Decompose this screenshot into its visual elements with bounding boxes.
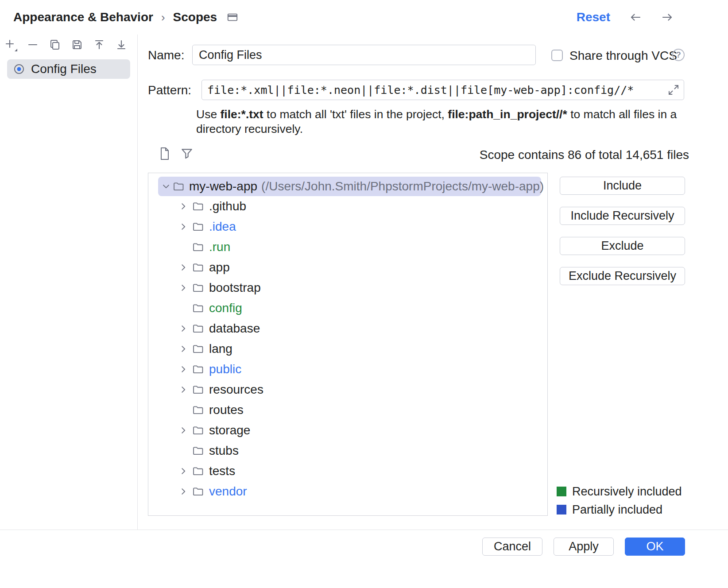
chevron-right-icon[interactable] — [177, 464, 190, 478]
legend-item: Recursively included — [557, 485, 682, 498]
tree-item-label: .idea — [209, 220, 236, 234]
exclude-recursively-button[interactable]: Exclude Recursively — [560, 267, 685, 285]
tree-root-label: my-web-app — [189, 179, 257, 193]
tree-item-label: routes — [209, 403, 244, 417]
tree-item-resources[interactable]: resources — [148, 379, 547, 400]
tree-item-run[interactable]: .run — [148, 237, 547, 257]
include-button[interactable]: Include — [560, 177, 685, 195]
add-scope-icon[interactable] — [4, 38, 17, 51]
breadcrumb: Appearance & Behavior › Scopes — [13, 10, 238, 24]
move-down-icon[interactable] — [115, 38, 128, 51]
folder-icon — [191, 302, 205, 314]
chevron-right-icon[interactable] — [177, 383, 190, 396]
copy-icon[interactable] — [158, 146, 172, 161]
tree-item-github[interactable]: .github — [148, 196, 547, 217]
scope-icon — [12, 62, 26, 76]
tree-item-label: .run — [209, 240, 230, 254]
help-icon[interactable]: ? — [672, 49, 685, 61]
sidebar-item-label: Config Files — [31, 62, 97, 76]
scopes-sidebar: Config Files — [0, 35, 137, 530]
folder-icon — [191, 485, 205, 498]
chevron-right-icon[interactable] — [177, 281, 190, 294]
tree-item-tests[interactable]: tests — [148, 461, 547, 481]
cancel-button[interactable]: Cancel — [482, 538, 542, 556]
chevron-down-icon[interactable] — [161, 180, 171, 193]
tree-item-label: bootstrap — [209, 281, 261, 295]
legend-color-swatch — [557, 487, 566, 496]
reset-button[interactable]: Reset — [577, 10, 610, 24]
tree-item-label: tests — [209, 464, 235, 478]
tree-items: .github.idea.runappbootstrapconfigdataba… — [148, 196, 547, 502]
tree-item-stubs[interactable]: stubs — [148, 441, 547, 461]
chevron-right-icon[interactable] — [177, 322, 190, 335]
chevron-placeholder — [177, 444, 190, 457]
filter-icon[interactable] — [180, 146, 194, 161]
tree-item-app[interactable]: app — [148, 257, 547, 278]
breadcrumb-separator: › — [160, 11, 166, 24]
file-tree-panel: my-web-app (/Users/John.Smith/PhpstormPr… — [148, 173, 548, 516]
expand-editor-icon[interactable] — [667, 84, 680, 96]
chevron-right-icon[interactable] — [177, 363, 190, 376]
sidebar-item-config-files[interactable]: Config Files — [7, 59, 130, 79]
tree-item-database[interactable]: database — [148, 318, 547, 339]
sidebar-divider — [137, 35, 138, 530]
tree-toolbar — [158, 146, 194, 161]
sidebar-toolbar — [0, 35, 137, 57]
chevron-right-icon[interactable] — [177, 485, 190, 498]
breadcrumb-scopes[interactable]: Scopes — [173, 10, 217, 24]
breadcrumb-appearance-behavior[interactable]: Appearance & Behavior — [13, 10, 153, 24]
folder-icon — [191, 383, 205, 396]
move-up-icon[interactable] — [93, 38, 106, 51]
tree-root-my-web-app[interactable]: my-web-app (/Users/John.Smith/PhpstormPr… — [158, 177, 541, 196]
tree-item-label: config — [209, 301, 242, 315]
chevron-right-icon[interactable] — [177, 342, 190, 356]
tree-item-lang[interactable]: lang — [148, 339, 547, 359]
folder-icon — [191, 424, 205, 437]
pattern-label: Pattern: — [148, 83, 191, 97]
tree-item-bootstrap[interactable]: bootstrap — [148, 278, 547, 298]
share-vcs-checkbox[interactable] — [551, 50, 563, 61]
back-arrow-icon[interactable] — [629, 11, 642, 24]
exclude-button[interactable]: Exclude — [560, 237, 685, 255]
tree-item-public[interactable]: public — [148, 359, 547, 379]
header-actions: Reset — [577, 10, 674, 24]
tree-item-storage[interactable]: storage — [148, 420, 547, 441]
tree-item-label: public — [209, 362, 241, 376]
forward-arrow-icon[interactable] — [661, 11, 674, 24]
folder-icon — [191, 465, 205, 477]
tree-item-label: lang — [209, 342, 232, 356]
folder-icon — [191, 261, 205, 274]
ok-button[interactable]: OK — [625, 538, 685, 556]
include-recursively-button[interactable]: Include Recursively — [560, 207, 685, 225]
copy-scope-icon[interactable] — [48, 38, 62, 51]
tree-item-idea[interactable]: .idea — [148, 217, 547, 237]
settings-scopes-page: Appearance & Behavior › Scopes Reset — [0, 0, 728, 588]
scope-name-input[interactable] — [192, 45, 536, 65]
tree-item-vendor[interactable]: vendor — [148, 481, 547, 502]
folder-icon — [191, 200, 205, 213]
chevron-placeholder — [177, 240, 190, 254]
tree-item-routes[interactable]: routes — [148, 400, 547, 420]
tree-item-label: vendor — [209, 484, 247, 499]
footer-divider — [0, 530, 728, 530]
pattern-hint: Use file:*.txt to match all 'txt' files … — [196, 107, 687, 136]
chevron-right-icon[interactable] — [177, 220, 190, 233]
tree-item-config[interactable]: config — [148, 298, 547, 318]
chevron-right-icon[interactable] — [177, 261, 190, 274]
legend-label: Partially included — [572, 503, 662, 517]
name-label: Name: — [148, 48, 184, 62]
chevron-right-icon[interactable] — [177, 424, 190, 437]
folder-icon — [191, 241, 205, 253]
save-scope-icon[interactable] — [70, 38, 84, 51]
chevron-right-icon[interactable] — [177, 200, 190, 213]
tree-item-label: stubs — [209, 444, 239, 458]
folder-icon — [191, 445, 205, 457]
remove-scope-icon[interactable] — [26, 38, 39, 51]
folder-icon — [191, 220, 205, 233]
tree-item-label: app — [209, 260, 230, 275]
tree-root-path: (/Users/John.Smith/PhpstormProjects/my-w… — [261, 179, 544, 193]
legend-label: Recursively included — [572, 485, 682, 499]
pattern-input[interactable] — [201, 80, 684, 100]
folder-icon — [191, 343, 205, 355]
apply-button[interactable]: Apply — [554, 538, 614, 556]
